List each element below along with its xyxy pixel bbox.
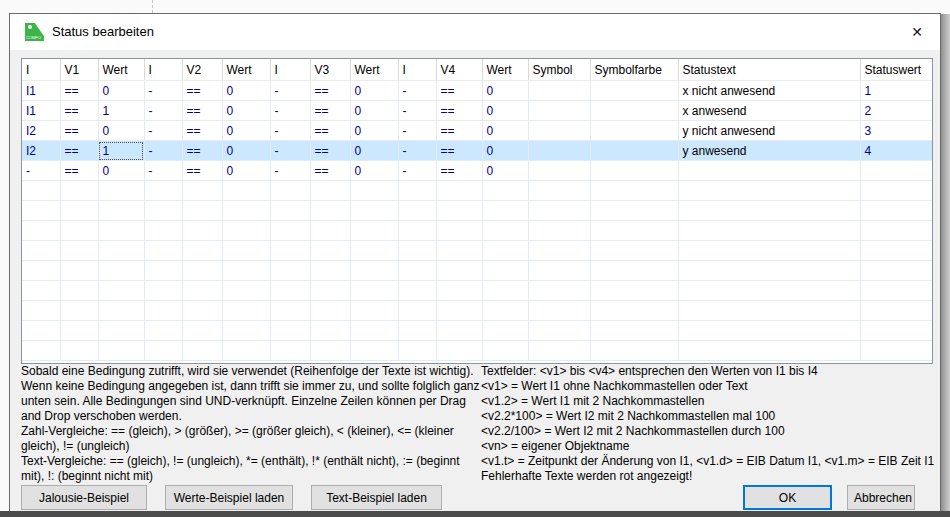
grid-row-4[interactable]: -==0-==0-==0-==0 [22, 161, 932, 181]
grid-cell[interactable] [398, 301, 436, 321]
grid-cell[interactable] [528, 201, 590, 221]
grid-cell[interactable] [482, 301, 528, 321]
grid-cell[interactable] [270, 321, 310, 341]
grid-cell[interactable] [144, 221, 182, 241]
grid-cell[interactable] [436, 201, 482, 221]
grid-empty-row[interactable] [22, 341, 932, 361]
grid-cell[interactable]: 0 [350, 161, 398, 181]
grid-cell[interactable] [310, 241, 350, 261]
grid-cell[interactable] [528, 181, 590, 201]
grid-cell[interactable]: 0 [482, 101, 528, 121]
grid-cell[interactable] [22, 241, 60, 261]
grid-cell[interactable]: y anwesend [678, 141, 860, 161]
grid-cell[interactable]: x anwesend [678, 101, 860, 121]
grid-cell[interactable] [590, 161, 678, 181]
grid-cell[interactable] [590, 301, 678, 321]
grid-cell[interactable] [350, 281, 398, 301]
load-jalousie-example-button[interactable]: Jalousie-Beispiel laden [21, 485, 147, 510]
grid-cell[interactable]: - [144, 161, 182, 181]
grid-cell[interactable] [22, 201, 60, 221]
grid-cell[interactable] [310, 301, 350, 321]
grid-cell[interactable] [436, 321, 482, 341]
grid-empty-row[interactable] [22, 221, 932, 241]
grid-cell[interactable]: I2 [22, 141, 60, 161]
grid-cell[interactable] [310, 321, 350, 341]
grid-cell[interactable]: == [310, 81, 350, 101]
grid-cell[interactable] [144, 201, 182, 221]
grid-cell[interactable] [310, 181, 350, 201]
grid-cell[interactable]: 0 [222, 101, 270, 121]
grid-cell[interactable] [310, 261, 350, 281]
grid-empty-row[interactable] [22, 301, 932, 321]
grid-cell[interactable]: 0 [350, 101, 398, 121]
grid-cell[interactable] [398, 321, 436, 341]
grid-cell[interactable] [678, 181, 860, 201]
grid-cell[interactable] [678, 341, 860, 361]
grid-cell[interactable] [350, 261, 398, 281]
grid-cell[interactable] [436, 221, 482, 241]
grid-cell[interactable]: - [270, 101, 310, 121]
grid-cell[interactable] [528, 321, 590, 341]
grid-cell[interactable] [22, 281, 60, 301]
grid-cell[interactable] [860, 201, 932, 221]
grid-cell[interactable] [182, 181, 222, 201]
grid-cell[interactable] [482, 181, 528, 201]
grid-cell[interactable]: 0 [482, 161, 528, 181]
grid-cell[interactable] [482, 281, 528, 301]
grid-cell[interactable] [98, 201, 144, 221]
grid-cell[interactable] [60, 221, 98, 241]
grid-cell[interactable]: - [398, 141, 436, 161]
grid-cell[interactable]: == [182, 101, 222, 121]
grid-row-2[interactable]: I2==0-==0-==0-==0y nicht anwesend3 [22, 121, 932, 141]
grid-cell[interactable]: == [60, 101, 98, 121]
grid-cell[interactable]: 0 [98, 161, 144, 181]
grid-cell[interactable]: 0 [98, 81, 144, 101]
grid-cell[interactable] [350, 241, 398, 261]
grid-cell[interactable]: - [270, 81, 310, 101]
grid-cell[interactable] [98, 301, 144, 321]
grid-cell[interactable]: I1 [22, 81, 60, 101]
grid-cell[interactable]: == [310, 121, 350, 141]
grid-cell[interactable]: - [144, 101, 182, 121]
grid-cell[interactable] [528, 261, 590, 281]
grid-cell[interactable] [22, 221, 60, 241]
grid-cell[interactable] [182, 201, 222, 221]
cancel-button[interactable]: Abbrechen [847, 485, 915, 510]
grid-cell[interactable] [528, 141, 590, 161]
load-text-example-button[interactable]: Text-Beispiel laden [311, 485, 442, 510]
grid-cell[interactable] [270, 201, 310, 221]
grid-cell[interactable]: I2 [22, 121, 60, 141]
grid-cell[interactable] [98, 261, 144, 281]
grid-cell[interactable] [398, 341, 436, 361]
grid-cell[interactable] [270, 341, 310, 361]
grid-cell[interactable]: == [310, 161, 350, 181]
grid-cell[interactable]: 1 [860, 81, 932, 101]
grid-cell[interactable] [678, 301, 860, 321]
grid-cell[interactable] [222, 241, 270, 261]
grid-cell[interactable] [22, 301, 60, 321]
grid-cell[interactable] [528, 101, 590, 121]
grid-cell[interactable]: == [436, 141, 482, 161]
grid-cell[interactable] [222, 181, 270, 201]
grid-cell[interactable] [222, 281, 270, 301]
grid-cell[interactable] [60, 241, 98, 261]
grid-cell[interactable] [270, 301, 310, 321]
grid-cell[interactable]: == [60, 81, 98, 101]
grid-cell[interactable] [590, 101, 678, 121]
grid-cell[interactable] [436, 181, 482, 201]
grid-cell[interactable] [590, 321, 678, 341]
grid-cell[interactable] [528, 301, 590, 321]
grid-cell[interactable] [860, 161, 932, 181]
grid-cell[interactable] [98, 281, 144, 301]
grid-row-0[interactable]: I1==0-==0-==0-==0x nicht anwesend1 [22, 81, 932, 101]
grid-cell[interactable] [60, 321, 98, 341]
grid-cell[interactable] [590, 181, 678, 201]
grid-cell[interactable]: == [436, 81, 482, 101]
grid-cell[interactable]: == [310, 141, 350, 161]
grid-cell[interactable] [678, 281, 860, 301]
grid-cell[interactable]: - [22, 161, 60, 181]
grid-cell[interactable]: 0 [98, 121, 144, 141]
grid-cell[interactable] [528, 221, 590, 241]
grid-cell[interactable]: == [60, 141, 98, 161]
grid-cell[interactable] [270, 221, 310, 241]
